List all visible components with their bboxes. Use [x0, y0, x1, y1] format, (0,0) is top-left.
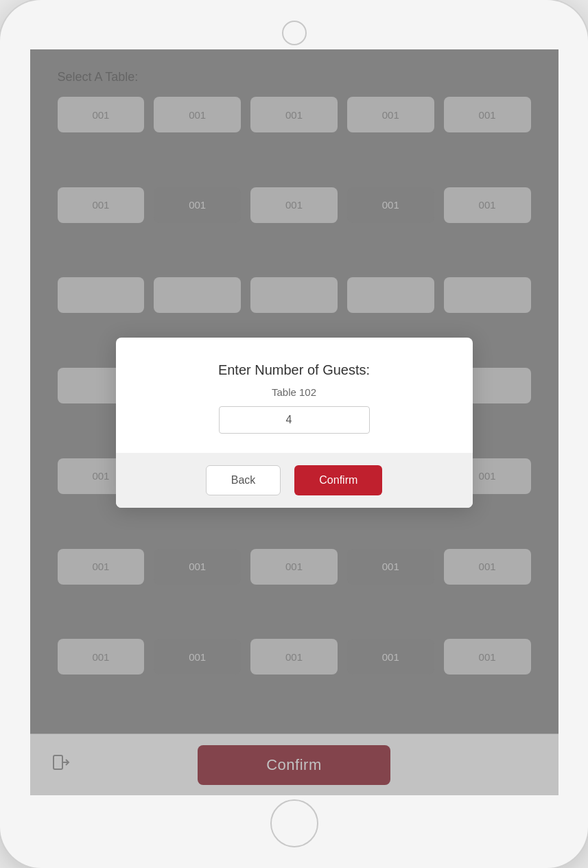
tablet-screen: Select A Table: 001001001001001001001001…: [30, 49, 558, 795]
tablet-frame: Select A Table: 001001001001001001001001…: [0, 0, 588, 868]
tablet-top-button: [282, 21, 307, 45]
modal-overlay: Enter Number of Guests: Table 102 Back C…: [30, 49, 558, 795]
modal-title: Enter Number of Guests:: [218, 362, 370, 378]
modal-body: Enter Number of Guests: Table 102: [116, 338, 473, 453]
tablet-bottom-button: [270, 799, 318, 847]
guest-count-modal: Enter Number of Guests: Table 102 Back C…: [116, 338, 473, 508]
modal-back-button[interactable]: Back: [206, 465, 281, 495]
modal-footer: Back Confirm: [116, 453, 473, 508]
modal-confirm-button[interactable]: Confirm: [294, 465, 382, 495]
modal-table-label: Table 102: [272, 386, 316, 398]
guest-count-input[interactable]: [219, 406, 370, 434]
